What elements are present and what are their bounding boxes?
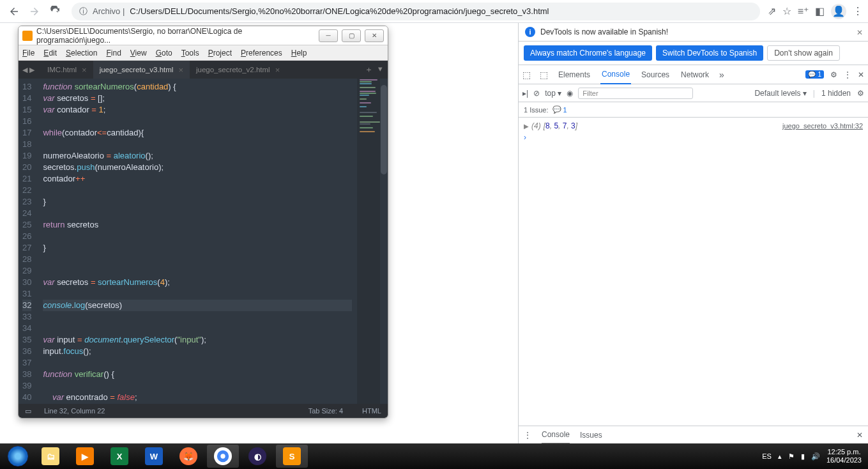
window-title: C:\Users\DELL\Documents\Sergio, no borra… (36, 27, 315, 45)
console-prompt[interactable]: › (524, 132, 863, 143)
tab-label: juego_secreto_v2.html (196, 66, 270, 73)
code-area[interactable]: function sortearNumeros(cantidad) {var s… (38, 79, 357, 404)
maximize-button[interactable]: ▢ (342, 29, 361, 42)
more-tabs-icon[interactable]: » (719, 70, 724, 80)
array-length: (4) (531, 121, 541, 130)
side-panel-icon[interactable]: ◧ (815, 5, 825, 17)
info-icon: ⓘ (79, 6, 88, 17)
console-settings-icon[interactable]: ⚙ (857, 89, 864, 98)
drawer-tab-console[interactable]: Console (542, 426, 570, 444)
device-toggle-icon[interactable]: ⬚ (540, 70, 548, 80)
more-icon[interactable]: ⋮ (844, 70, 851, 79)
share-icon[interactable]: ⇗ (768, 5, 776, 17)
playlist-icon[interactable]: ≡⁺ (798, 5, 809, 17)
drawer-tab-issues[interactable]: Issues (580, 426, 602, 444)
new-tab-button[interactable]: ＋ (365, 64, 373, 75)
taskbar-eclipse[interactable]: ◐ (241, 445, 273, 468)
clock[interactable]: 12:25 p.m. 16/04/2023 (826, 448, 862, 465)
issue-badge[interactable]: 💬 1 (552, 105, 567, 114)
close-button[interactable]: ✕ (365, 29, 384, 42)
settings-icon[interactable]: ⚙ (830, 70, 837, 79)
sublime-app-icon (22, 31, 33, 41)
menu-file[interactable]: File (22, 49, 34, 58)
minimize-button[interactable]: ─ (319, 29, 338, 42)
errors-badge[interactable]: 💬 1 (805, 70, 824, 79)
scrollbar-thumb[interactable] (381, 85, 387, 174)
bookmark-icon[interactable]: ☆ (782, 5, 791, 17)
console-log-entry[interactable]: ▶ (4) [8, 5, 7, 3] juego_secreto_v3.html… (524, 120, 863, 132)
tab-size[interactable]: Tab Size: 4 (308, 407, 343, 415)
line-gutter: 1314151617181920212223242526272829303132… (19, 79, 38, 404)
levels-selector[interactable]: Default levels ▾ (754, 89, 806, 98)
info-icon: i (525, 27, 535, 37)
taskbar-word[interactable]: W (138, 445, 170, 468)
taskbar-excel[interactable]: X (103, 445, 135, 468)
taskbar-firefox[interactable]: 🦊 (172, 445, 204, 468)
close-devtools-icon[interactable]: ✕ (858, 70, 864, 79)
menu-tools[interactable]: Tools (181, 49, 199, 58)
tab-close-icon[interactable]: × (275, 65, 280, 75)
sidebar-toggle-icon[interactable]: ▸| (522, 89, 528, 98)
devtools-tab-network[interactable]: Network (680, 65, 710, 84)
forward-button[interactable] (26, 3, 43, 20)
banner-close-icon[interactable]: ✕ (857, 28, 863, 37)
language-indicator[interactable]: ES (762, 452, 772, 460)
editor-tab[interactable]: IMC.html× (41, 61, 93, 79)
menu-icon[interactable]: ⋮ (853, 5, 863, 17)
cursor-position: Line 32, Column 22 (44, 407, 105, 415)
devtools-tab-bar: ⬚ ⬚ ElementsConsoleSourcesNetwork » 💬 1 … (519, 65, 868, 84)
drawer-menu-icon[interactable]: ⋮ (524, 431, 531, 440)
back-button[interactable] (5, 3, 23, 20)
live-expression-icon[interactable]: ◉ (567, 89, 573, 98)
always-match-button[interactable]: Always match Chrome's language (524, 45, 652, 61)
drawer-close-icon[interactable]: ✕ (857, 431, 863, 440)
profile-icon[interactable]: 👤 (831, 4, 846, 19)
menu-find[interactable]: Find (106, 49, 121, 58)
tray-expand-icon[interactable]: ▴ (778, 452, 782, 461)
network-icon[interactable]: ▮ (801, 452, 805, 461)
menu-edit[interactable]: Edit (43, 49, 57, 58)
source-link[interactable]: juego_secreto_v3.html:32 (782, 122, 863, 130)
context-selector[interactable]: top ▾ (545, 89, 561, 98)
devtools-tab-console[interactable]: Console (600, 65, 631, 84)
filter-input[interactable]: Filter (578, 88, 693, 99)
menu-help[interactable]: Help (291, 49, 307, 58)
reload-button[interactable] (46, 3, 64, 20)
address-bar[interactable]: ⓘ Archivo | C:/Users/DELL/Documents/Serg… (72, 3, 760, 20)
taskbar-media[interactable]: ▶ (69, 445, 101, 468)
panel-switcher-icon[interactable]: ▭ (25, 407, 31, 415)
hidden-count[interactable]: 1 hidden (821, 89, 851, 98)
taskbar-sublime[interactable]: S (276, 445, 308, 468)
devtools-tab-sources[interactable]: Sources (640, 65, 671, 84)
expand-icon[interactable]: ▶ (524, 123, 529, 130)
menu-project[interactable]: Project (208, 49, 232, 58)
sublime-editor-window: C:\Users\DELL\Documents\Sergio, no borra… (18, 26, 388, 419)
editor-tab[interactable]: juego_secreto_v2.html× (190, 61, 286, 79)
editor-tab[interactable]: juego_secreto_v3.html× (93, 61, 190, 79)
tab-close-icon[interactable]: × (178, 65, 183, 75)
menu-view[interactable]: View (130, 49, 147, 58)
taskbar-explorer[interactable]: 🗂 (34, 445, 66, 468)
action-center-icon[interactable]: ⚑ (788, 452, 795, 461)
tab-dropdown-icon[interactable]: ▾ (378, 64, 383, 75)
menu-goto[interactable]: Goto (156, 49, 172, 58)
date: 16/04/2023 (826, 456, 862, 465)
array-value: [8, 5, 7, 3] (544, 121, 577, 130)
dont-show-button[interactable]: Don't show again (767, 45, 840, 61)
syntax-mode[interactable]: HTML (362, 407, 381, 415)
devtools-banner: i DevTools is now available in Spanish! … (519, 23, 868, 42)
tab-nav-arrows[interactable]: ◀ ▶ (22, 66, 34, 74)
tab-close-icon[interactable]: × (82, 65, 87, 75)
inspect-icon[interactable]: ⬚ (522, 70, 531, 80)
start-button[interactable] (3, 445, 33, 468)
console-output[interactable]: ▶ (4) [8, 5, 7, 3] juego_secreto_v3.html… (519, 118, 868, 426)
taskbar-chrome[interactable] (207, 445, 239, 468)
menu-preferences[interactable]: Preferences (241, 49, 282, 58)
clear-console-icon[interactable]: ⊘ (533, 89, 540, 98)
browser-toolbar: ⓘ Archivo | C:/Users/DELL/Documents/Serg… (0, 0, 868, 23)
svg-point-1 (220, 454, 225, 458)
devtools-tab-elements[interactable]: Elements (557, 65, 591, 84)
volume-icon[interactable]: 🔊 (811, 452, 820, 461)
menu-selection[interactable]: Selection (66, 49, 97, 58)
switch-language-button[interactable]: Switch DevTools to Spanish (656, 45, 763, 61)
